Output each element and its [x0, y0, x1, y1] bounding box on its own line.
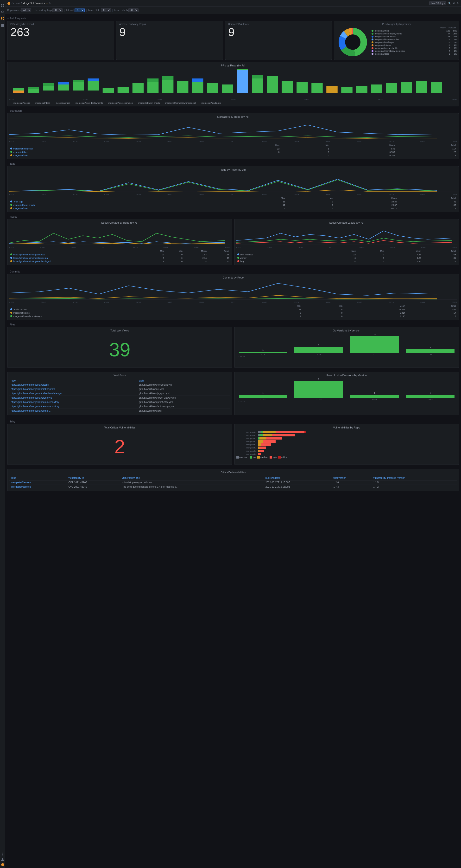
chart-legend-item: mergestat/helm-charts — [134, 102, 160, 104]
vuln-legend-dot — [257, 456, 260, 459]
react-count-label: ▪ count — [236, 400, 457, 402]
workflow-path: github/workflows/exec_views.yaml — [137, 396, 230, 400]
donut-card: PRs Merged by Repository — [334, 21, 459, 60]
topbar-time-range[interactable]: Last 90 days — [429, 1, 446, 5]
section-header-files[interactable]: Files — [7, 322, 459, 327]
table-row: bug 4 0 1.21 17 — [236, 260, 457, 263]
table-row: https://github.com/mergestat/internal 7 … — [9, 256, 230, 260]
table-row: https://github.com/mergestat/broker-prot… — [9, 387, 230, 392]
sidebar-icon-dashboard[interactable] — [1, 17, 5, 21]
react-bar-label: 17.0.2 — [372, 398, 377, 400]
legend-dot — [371, 47, 373, 49]
legend-dot — [371, 30, 373, 32]
filter-issue-labels[interactable]: Issue Labels All — [114, 8, 138, 12]
sidebar-icon-grid[interactable] — [1, 3, 5, 7]
tag-name: mergestat/helm-charts — [9, 204, 234, 207]
section-header-commits[interactable]: Commits — [7, 269, 459, 274]
main-content: Pull Requests PRs Merged in Period 263 A… — [5, 14, 461, 495]
legend-val: 15 — [444, 41, 450, 43]
svg-rect-0 — [1, 4, 2, 5]
hbar-low — [260, 434, 263, 436]
sidebar-icon-search[interactable] — [1, 10, 5, 14]
legend-line — [52, 103, 55, 103]
legend-pct: 4% — [451, 44, 457, 46]
go-bar-label: 1.18 — [428, 353, 432, 355]
issues-labels-table: Max Min Mean Total user interface 22 0 4… — [236, 249, 457, 263]
workflows-table-title: Workflows — [9, 374, 230, 377]
chart-legend-item: mergestat/homebrew-mergestat — [161, 102, 196, 104]
workflow-repo: https://github.com/mergestat/demo-reposi… — [9, 400, 137, 404]
legend-line — [71, 103, 75, 103]
go-bar-value: 1 — [262, 349, 264, 351]
section-header-pull-requests[interactable]: Pull Requests — [7, 16, 459, 21]
svg-rect-37 — [88, 79, 99, 81]
chart-legend-item: mergestat/docs — [31, 102, 50, 104]
filter-repositories[interactable]: Repositories All — [7, 8, 31, 12]
legend-name: mergestat/fuse — [374, 30, 443, 32]
svg-rect-29 — [28, 87, 39, 89]
table-row: https://github.com/mergestat/calendso-da… — [9, 392, 230, 396]
commits-chart: Commits by Repo 07/0607/1207/1807/2407/3… — [7, 274, 459, 320]
section-header-issues[interactable]: Issues — [7, 214, 459, 219]
share-icon[interactable]: ⎘ — [49, 2, 51, 5]
workflows-table-card: Workflows repo path https://github.com/m… — [7, 372, 232, 415]
hbar-label: mergestat/... — [236, 431, 258, 433]
react-bar-label: 18.2.0 — [428, 398, 433, 400]
issue-repo: https://github.com/mergestat/internal — [9, 256, 145, 260]
section-header-tags[interactable]: Tags — [7, 161, 459, 166]
donut-legend-items: mergestat/fuse 129 47% mergestat/fuse-de… — [371, 30, 457, 55]
prs-xaxis: 06/29 07/13 07/27 08/10 08/24 09/07 09/2… — [9, 99, 457, 101]
svg-rect-27 — [13, 88, 25, 91]
sidebar-icon-list[interactable] — [1, 24, 5, 27]
go-bar-label: 1.14 — [261, 353, 265, 355]
go-bar-label: 1.17 — [372, 353, 376, 355]
chart-legend-item: mergestat/fuse — [52, 102, 70, 104]
breadcrumb-sep: / — [21, 2, 22, 5]
table-row: mergestat/calendso-data-sync 2 0 0.143 2 — [9, 315, 457, 318]
repo-name: mergestat/mergestat — [9, 147, 227, 151]
section-header-stargazers[interactable]: Stargazers — [7, 108, 459, 113]
hbar-high — [275, 431, 304, 433]
legend-name: mergestat/fuse-examples — [374, 38, 443, 41]
filter-issue-state[interactable]: Issue State All — [88, 8, 111, 12]
go-bar — [294, 347, 343, 353]
commit-name: Total Commits — [9, 308, 257, 311]
topbar-refresh-icon[interactable]: ↻ — [457, 2, 459, 5]
vuln-legend-item: high — [270, 456, 277, 459]
react-bar-col: 6 *17.0.2 — [294, 378, 343, 400]
legend-line — [134, 103, 137, 103]
hbar-label: mergestat/... — [236, 437, 258, 439]
legend-pct: 6% — [451, 41, 457, 43]
donut-legend-row: mergestat/landing-ui 15 6% — [371, 41, 457, 43]
vuln-legend-item: critical — [278, 456, 288, 459]
hbar-low — [261, 431, 263, 433]
hbar-row: mergestat/... — [236, 450, 457, 452]
svg-rect-60 — [356, 86, 367, 93]
sidebar-icon-mergestat[interactable] — [1, 863, 5, 867]
topbar-search-icon[interactable]: 🔍 — [448, 2, 451, 5]
legend-pct: 6% — [451, 38, 457, 41]
section-header-trivy[interactable]: Trivy — [7, 419, 459, 424]
filter-repo-tags[interactable]: Repository Tags All — [35, 8, 63, 12]
hbar-medium — [260, 437, 266, 439]
vuln-legend-name: medium — [260, 456, 268, 459]
legend-name: mergestat/blocks — [374, 44, 443, 46]
sidebar-icon-settings[interactable] — [1, 852, 5, 856]
react-bar-col: 1 18.2.0 — [406, 392, 455, 400]
breadcrumb-general[interactable]: General — [11, 2, 20, 5]
svg-point-25 — [345, 34, 360, 50]
vuln-legend-name: critical — [282, 456, 288, 459]
svg-rect-55 — [282, 81, 293, 93]
topbar-settings-icon[interactable]: ⚙ — [453, 2, 455, 5]
star-icon[interactable]: ★ — [46, 2, 48, 5]
legend-line — [197, 103, 201, 103]
legend-pct: 18% — [451, 32, 457, 35]
react-bar-col: 1 17.0.1 — [239, 392, 287, 400]
filter-interval[interactable]: Interval 7d — [66, 8, 85, 12]
sidebar-icon-user[interactable] — [1, 858, 5, 861]
hbar-track — [258, 437, 282, 439]
prs-merged-value: 263 — [10, 27, 111, 38]
go-bar-col: 3 1.18 — [406, 346, 455, 355]
svg-rect-35 — [73, 80, 84, 82]
svg-rect-65 — [431, 82, 442, 93]
